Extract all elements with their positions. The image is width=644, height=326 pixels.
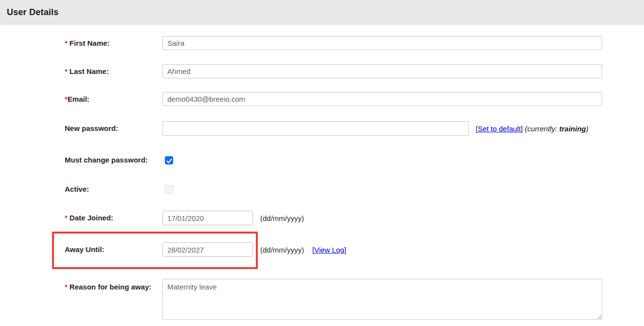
field-row-new-password: New password: [Set to default] (currentl… bbox=[0, 121, 644, 136]
away-until-input[interactable] bbox=[162, 242, 253, 257]
must-change-password-label: Must change password: bbox=[65, 156, 162, 164]
email-label: *Email: bbox=[65, 95, 162, 104]
field-row-date-joined: *Date Joined: (dd/mm/yyyy) bbox=[0, 211, 644, 225]
field-row-active: Active: bbox=[0, 185, 644, 194]
set-to-default-link[interactable]: Set to default bbox=[478, 125, 520, 133]
away-until-label: Away Until: bbox=[65, 245, 162, 254]
required-asterisk: * bbox=[65, 39, 68, 47]
date-format-hint: (dd/mm/yyyy) bbox=[260, 214, 304, 222]
new-password-label: New password: bbox=[65, 124, 162, 133]
date-joined-input[interactable] bbox=[162, 211, 253, 225]
required-asterisk: * bbox=[65, 214, 68, 222]
required-asterisk: * bbox=[65, 283, 68, 291]
currently-text-close: ) bbox=[586, 125, 589, 133]
field-row-must-change-password: Must change password: bbox=[0, 156, 644, 164]
email-input[interactable] bbox=[162, 92, 602, 106]
must-change-password-checkbox[interactable] bbox=[165, 156, 173, 164]
required-asterisk: * bbox=[65, 67, 68, 75]
date-joined-label: *Date Joined: bbox=[65, 214, 162, 222]
field-row-last-name: *Last Name: bbox=[0, 64, 644, 78]
view-log-link[interactable]: [View Log] bbox=[312, 246, 346, 254]
current-password-value: training bbox=[559, 125, 586, 133]
first-name-input[interactable] bbox=[162, 36, 602, 50]
page-header: User Details bbox=[0, 0, 644, 25]
date-format-hint: (dd/mm/yyyy) bbox=[260, 246, 304, 254]
reason-away-textarea[interactable]: Maternity leave bbox=[162, 279, 602, 320]
password-side-note: [Set to default] (currently: training) bbox=[476, 125, 589, 133]
reason-away-label: *Reason for being away: bbox=[65, 279, 162, 291]
first-name-label: *First Name: bbox=[65, 39, 162, 48]
active-checkbox[interactable] bbox=[165, 185, 173, 194]
last-name-input[interactable] bbox=[162, 64, 602, 78]
currently-text: (currently: bbox=[523, 125, 559, 133]
field-row-email: *Email: bbox=[0, 92, 644, 106]
page-title: User Details bbox=[7, 7, 58, 18]
last-name-label: *Last Name: bbox=[65, 67, 162, 76]
field-row-first-name: *First Name: bbox=[0, 36, 644, 50]
new-password-input[interactable] bbox=[162, 121, 469, 136]
field-row-reason-away: *Reason for being away: Maternity leave bbox=[0, 279, 644, 320]
active-label: Active: bbox=[65, 185, 162, 194]
field-row-away-until: Away Until: (dd/mm/yyyy) [View Log] bbox=[0, 242, 644, 257]
